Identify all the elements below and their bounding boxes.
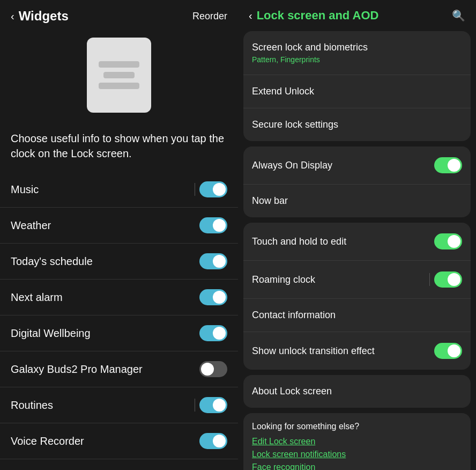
touch-hold-row: Touch and hold to edit [252, 233, 462, 249]
list-item[interactable]: Contact information [243, 299, 471, 332]
touch-hold-label: Touch and hold to edit [252, 236, 346, 247]
extend-unlock-row: Extend Unlock [252, 86, 462, 97]
toggle-knob [213, 183, 226, 196]
unlock-effect-row: Show unlock transition effect [252, 343, 462, 359]
toggle-routines[interactable] [199, 397, 227, 413]
roaming-right [429, 271, 462, 288]
face-recognition-link[interactable]: Face recognition [252, 462, 462, 470]
about-lock-label: About Lock screen [252, 386, 332, 397]
toggle-knob [448, 159, 460, 172]
setting-label-wellbeing: Digital Wellbeing [11, 327, 91, 340]
unlock-effect-label: Show unlock transition effect [252, 346, 375, 357]
divider-line [429, 273, 430, 286]
setting-right-buds [199, 361, 227, 377]
toggle-knob [213, 219, 226, 232]
setting-label-buds: Galaxy Buds2 Pro Manager [11, 363, 143, 376]
list-item[interactable]: Secure lock settings [243, 108, 471, 141]
list-item[interactable]: Extend Unlock [243, 75, 471, 108]
toggle-unlock-effect[interactable] [434, 343, 462, 359]
left-panel-title: Widgets [19, 9, 69, 24]
list-item: Routines [0, 387, 238, 423]
toggle-knob [448, 235, 460, 248]
toggle-knob [201, 363, 214, 376]
toggle-music[interactable] [199, 181, 227, 197]
toggle-knob [213, 435, 226, 447]
setting-right-recorder [199, 433, 227, 449]
lock-screen-notifications-link[interactable]: Lock screen notifications [252, 450, 462, 459]
setting-label-music: Music [11, 183, 39, 196]
toggle-knob [213, 327, 226, 340]
nowbar-row: Now bar [252, 195, 462, 207]
toggle-aod[interactable] [434, 157, 462, 173]
list-item[interactable]: Show unlock transition effect [243, 332, 471, 370]
aod-row: Always On Display [252, 157, 462, 173]
screen-lock-row: Screen lock and biometrics [252, 42, 462, 53]
edit-lock-screen-link[interactable]: Edit Lock screen [252, 437, 462, 446]
right-back-arrow-icon[interactable]: ‹ [249, 10, 252, 22]
list-item: Today's schedule [0, 244, 238, 280]
setting-right-routines [195, 397, 227, 413]
left-header: ‹ Widgets Reorder [0, 0, 238, 32]
list-item[interactable]: Roaming clock [243, 261, 471, 299]
roaming-clock-label: Roaming clock [252, 274, 315, 285]
list-item[interactable]: Screen lock and biometrics Pattern, Fing… [243, 31, 471, 75]
toggle-roaming[interactable] [434, 271, 462, 288]
search-icon[interactable]: 🔍 [452, 9, 465, 22]
toggle-knob [448, 344, 460, 357]
nowbar-label: Now bar [252, 195, 288, 207]
right-panel: ‹ Lock screen and AOD 🔍 Screen lock and … [238, 0, 476, 470]
list-item[interactable]: Now bar [243, 185, 471, 217]
left-panel: ‹ Widgets Reorder Choose useful info to … [0, 0, 238, 470]
setting-label-alarm: Next alarm [11, 291, 63, 304]
toggle-knob [213, 255, 226, 268]
extend-unlock-label: Extend Unlock [252, 86, 314, 97]
toggle-weather[interactable] [199, 217, 227, 233]
contact-info-row: Contact information [252, 310, 462, 321]
divider-line [195, 183, 195, 196]
right-card-1: Screen lock and biometrics Pattern, Fing… [243, 31, 471, 141]
widget-line-3 [99, 83, 140, 89]
right-card-3: Touch and hold to edit Roaming clock [243, 223, 471, 370]
widget-preview [0, 32, 238, 123]
roaming-clock-row: Roaming clock [252, 271, 462, 288]
list-item: Music [0, 172, 238, 208]
setting-right-music [195, 181, 227, 197]
setting-right-schedule [199, 253, 227, 269]
list-item[interactable]: About Lock screen [243, 375, 471, 408]
right-card-4: About Lock screen [243, 375, 471, 408]
contact-info-label: Contact information [252, 310, 336, 321]
looking-title: Looking for something else? [252, 422, 462, 431]
back-arrow-icon[interactable]: ‹ [11, 10, 14, 23]
screen-lock-label: Screen lock and biometrics [252, 42, 368, 53]
list-item[interactable]: Touch and hold to edit [243, 223, 471, 261]
list-item: Digital Wellbeing [0, 315, 238, 351]
secure-lock-label: Secure lock settings [252, 119, 338, 130]
toggle-schedule[interactable] [199, 253, 227, 269]
reorder-button[interactable]: Reorder [192, 11, 227, 22]
toggle-wellbeing[interactable] [199, 325, 227, 341]
toggle-knob [213, 291, 226, 304]
screen-lock-sublabel: Pattern, Fingerprints [252, 55, 462, 64]
toggle-touch-hold[interactable] [434, 233, 462, 249]
setting-label-recorder: Voice Recorder [11, 435, 84, 447]
list-item: Galaxy Buds2 Pro Manager [0, 351, 238, 387]
right-header-left: ‹ Lock screen and AOD [249, 9, 378, 23]
setting-label-weather: Weather [11, 219, 51, 232]
toggle-knob [213, 399, 226, 412]
toggle-buds[interactable] [199, 361, 227, 377]
list-item[interactable]: Always On Display [243, 146, 471, 185]
right-card-2: Always On Display Now bar [243, 146, 471, 217]
looking-card: Looking for something else? Edit Lock sc… [243, 413, 471, 470]
aod-label: Always On Display [252, 160, 332, 171]
left-header-left: ‹ Widgets [11, 9, 69, 24]
divider-line [195, 399, 195, 412]
setting-right-weather [199, 217, 227, 233]
toggle-alarm[interactable] [199, 289, 227, 305]
description-text: Choose useful info to show when you tap … [0, 123, 238, 172]
setting-label-routines: Routines [11, 399, 53, 412]
right-header: ‹ Lock screen and AOD 🔍 [238, 0, 476, 31]
toggle-recorder[interactable] [199, 433, 227, 449]
right-panel-title: Lock screen and AOD [257, 9, 379, 23]
setting-right-wellbeing [199, 325, 227, 341]
setting-label-schedule: Today's schedule [11, 255, 93, 268]
